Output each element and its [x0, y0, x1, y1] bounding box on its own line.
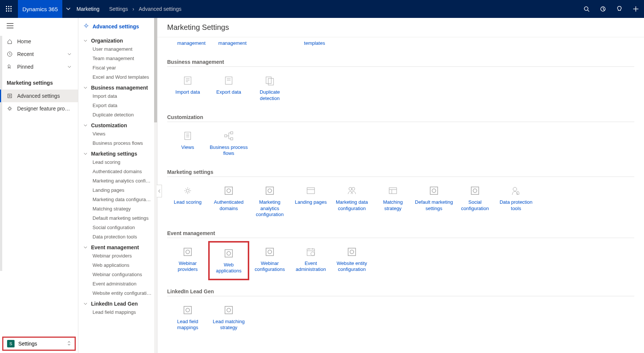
- tile-data-protection-tools[interactable]: Data protection tools: [495, 180, 537, 222]
- chevron-down-icon: [68, 51, 71, 57]
- nav2-link[interactable]: Export data: [78, 101, 157, 110]
- tile-label: Export data: [210, 89, 248, 95]
- nav2-link[interactable]: User management: [78, 44, 157, 54]
- tile-lead-matching-strategy[interactable]: Lead matching strategy: [208, 299, 249, 335]
- tile-icon: [251, 246, 289, 258]
- nav2-link[interactable]: Lead field mappings: [78, 307, 157, 317]
- svg-rect-6: [6, 10, 7, 12]
- svg-rect-70: [225, 306, 232, 314]
- nav2-link[interactable]: Social configuration: [78, 223, 157, 232]
- svg-rect-43: [307, 188, 315, 194]
- app-launcher-icon[interactable]: [0, 0, 18, 18]
- tile-icon: [210, 304, 248, 316]
- nav2-link[interactable]: Team management: [78, 54, 157, 63]
- nav2-link[interactable]: Fiscal year: [78, 63, 157, 72]
- nav2-link[interactable]: Website entity configurati…: [78, 288, 157, 298]
- tile-label: Data protection tools: [497, 199, 535, 212]
- tile-landing-pages[interactable]: Landing pages: [290, 180, 331, 222]
- svg-point-69: [186, 308, 190, 312]
- nav2-link[interactable]: Event administration: [78, 279, 157, 288]
- tile-views[interactable]: Views: [167, 125, 208, 161]
- tile-website-entity-configuration[interactable]: Website entity configuration: [331, 241, 372, 280]
- nav2-link[interactable]: Default marketing settings: [78, 213, 157, 223]
- nav2-link[interactable]: Marketing analytics config…: [78, 176, 157, 185]
- tile-duplicate-detection[interactable]: Duplicate detection: [249, 70, 290, 106]
- chevron-down-icon[interactable]: [62, 6, 74, 12]
- svg-rect-66: [348, 248, 356, 256]
- gear-icon: [7, 106, 13, 111]
- assistant-icon[interactable]: [611, 0, 628, 18]
- secondary-nav-title[interactable]: Advanced settings: [78, 18, 157, 35]
- svg-point-20: [9, 107, 11, 110]
- residual-tile[interactable]: management: [212, 37, 253, 51]
- secondary-nav: Advanced settings OrganizationUser manag…: [78, 18, 157, 353]
- nav2-link[interactable]: Marketing data configurat…: [78, 195, 157, 204]
- tile-lead-field-mappings[interactable]: Lead field mappings: [167, 299, 208, 335]
- nav2-link[interactable]: Business process flows: [78, 138, 157, 148]
- nav2-link[interactable]: Excel and Word templates: [78, 72, 157, 82]
- nav2-link[interactable]: Matching strategy: [78, 204, 157, 213]
- breadcrumb-settings[interactable]: Settings: [107, 6, 131, 12]
- nav2-group[interactable]: Organization: [78, 35, 157, 44]
- clock-icon: [7, 51, 13, 57]
- tile-import-data[interactable]: Import data: [167, 70, 208, 106]
- nav2-link[interactable]: Import data: [78, 91, 157, 101]
- task-flow-icon[interactable]: [595, 0, 611, 18]
- tile-webinar-providers[interactable]: Webinar providers: [167, 241, 208, 280]
- scrollbar-thumb[interactable]: [154, 18, 157, 122]
- tile-matching-strategy[interactable]: Matching strategy: [372, 180, 413, 222]
- nav2-link[interactable]: Webinar configurations: [78, 270, 157, 279]
- search-icon[interactable]: [578, 0, 595, 18]
- nav2-group[interactable]: Business management: [78, 82, 157, 91]
- svg-rect-47: [389, 188, 397, 194]
- residual-tile[interactable]: management: [171, 37, 212, 51]
- nav2-group[interactable]: LinkedIn Lead Gen: [78, 298, 157, 307]
- tile-label: Matching strategy: [374, 199, 412, 212]
- hamburger-icon[interactable]: [0, 18, 78, 35]
- nav-pinned[interactable]: Pinned: [0, 60, 78, 73]
- tile-event-administration[interactable]: Event administration: [290, 241, 331, 280]
- main-content: Marketing Settings management management…: [157, 18, 644, 353]
- app-name[interactable]: Marketing: [74, 6, 101, 12]
- tile-authenticated-domains[interactable]: Authenticated domains: [208, 180, 249, 222]
- nav2-group[interactable]: Event management: [78, 241, 157, 251]
- tile-marketing-data-configuration[interactable]: Marketing data configuration: [331, 180, 372, 222]
- updown-icon: [67, 341, 71, 347]
- tile-marketing-analytics-configuration[interactable]: Marketing analytics configuration: [249, 180, 290, 222]
- nav2-group[interactable]: Customization: [78, 119, 157, 129]
- breadcrumb-advanced[interactable]: Advanced settings: [137, 6, 184, 12]
- tile-export-data[interactable]: Export data: [208, 70, 249, 106]
- nav2-group-label: Marketing settings: [91, 151, 137, 157]
- tile-lead-scoring[interactable]: Lead scoring: [167, 180, 208, 222]
- tile-label: Lead matching strategy: [210, 319, 248, 331]
- nav-home[interactable]: Home: [0, 35, 78, 48]
- collapse-panel-button[interactable]: [157, 185, 162, 197]
- nav2-group[interactable]: Marketing settings: [78, 148, 157, 157]
- add-icon[interactable]: [628, 0, 644, 18]
- nav2-link[interactable]: Web applications: [78, 260, 157, 270]
- nav2-link[interactable]: Data protection tools: [78, 232, 157, 241]
- page-title: Marketing Settings: [157, 18, 644, 37]
- nav-advanced-settings[interactable]: Advanced settings: [0, 90, 78, 102]
- nav2-link[interactable]: Landing pages: [78, 185, 157, 195]
- residual-tile[interactable]: templates: [294, 37, 335, 51]
- tile-row: Lead scoringAuthenticated domainsMarketi…: [167, 180, 634, 222]
- nav-designer-feature[interactable]: Designer feature pro…: [0, 102, 78, 115]
- nav2-link[interactable]: Authenticated domains: [78, 167, 157, 176]
- tile-web-applications[interactable]: Web applications: [208, 241, 249, 280]
- tile-social-configuration[interactable]: Social configuration: [454, 180, 495, 222]
- nav2-link[interactable]: Webinar providers: [78, 251, 157, 260]
- product-label[interactable]: Dynamics 365: [18, 0, 62, 18]
- nav2-group-label: Organization: [91, 38, 123, 44]
- scrollbar[interactable]: [0, 36, 2, 271]
- nav2-link[interactable]: Duplicate detection: [78, 110, 157, 119]
- nav-recent[interactable]: Recent: [0, 48, 78, 60]
- tile-default-marketing-settings[interactable]: Default marketing settings: [413, 180, 454, 222]
- area-switcher[interactable]: S Settings: [2, 337, 76, 351]
- nav2-link[interactable]: Lead scoring: [78, 157, 157, 167]
- section-title: LinkedIn Lead Gen: [167, 288, 634, 296]
- nav2-link[interactable]: Views: [78, 129, 157, 138]
- tile-webinar-configurations[interactable]: Webinar configurations: [249, 241, 290, 280]
- tile-business-process-flows[interactable]: Business process flows: [208, 125, 249, 161]
- tile-icon: [456, 184, 494, 197]
